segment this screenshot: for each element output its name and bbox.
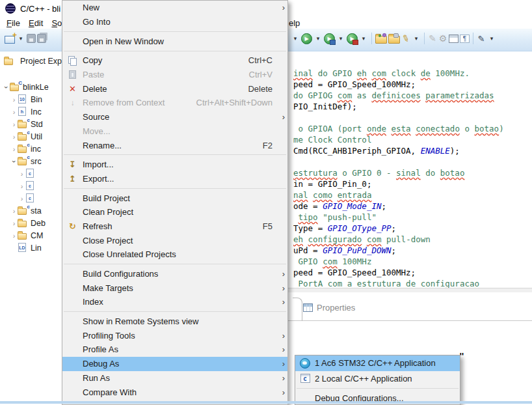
tree-item-std[interactable]: ›cStd	[0, 118, 62, 130]
c-file-icon: c	[25, 181, 36, 191]
menu-item-label: Compare With	[83, 387, 273, 397]
last-edit-location-button[interactable]: ✎	[477, 32, 486, 45]
expand-caret-icon[interactable]: ›	[10, 96, 18, 104]
build-clean-button[interactable]: ✎	[399, 31, 412, 46]
code-line: estrutura o GPIO 0 - sinal do botao	[293, 167, 504, 178]
tree-item-item[interactable]: ›c	[0, 180, 62, 192]
coverage-button[interactable]: ▶	[324, 32, 335, 45]
menu-item-build-configurations[interactable]: Build Configurations›	[62, 267, 287, 281]
menu-item-rename[interactable]: Rename...F2	[62, 138, 287, 152]
submenu-separator	[297, 388, 459, 389]
submenu-arrow-icon: ›	[278, 331, 285, 341]
menu-item-index[interactable]: Index›	[62, 295, 287, 309]
expand-caret-icon[interactable]: ›	[10, 108, 18, 116]
expand-caret-icon[interactable]: ›	[18, 182, 25, 190]
expand-caret-icon[interactable]: ›	[10, 207, 18, 215]
tree-item-blinkle[interactable]: ›CblinkLe	[0, 81, 62, 93]
external-tools-button[interactable]: ▶	[347, 32, 358, 45]
save-all-button[interactable]	[37, 32, 46, 45]
menu-item-source[interactable]: Source›	[62, 110, 287, 124]
menu-item-open-in-new-window[interactable]: Open in New Window	[62, 34, 287, 48]
expand-caret-icon[interactable]: ›	[10, 145, 18, 153]
project-explorer-header[interactable]: Project Exp	[0, 51, 62, 66]
menu-item-close-project[interactable]: Close Project	[62, 233, 287, 247]
dropdown-caret[interactable]: ▾	[313, 32, 323, 45]
menu-item-export[interactable]: ↥Export...	[62, 172, 287, 186]
show-whitespace-button[interactable]: ¶	[460, 32, 470, 45]
tree-item-cm[interactable]: ›CM	[0, 229, 62, 242]
menu-item-run-as[interactable]: Run As›	[62, 371, 287, 385]
tree-item-inc[interactable]: ›hInc	[0, 105, 62, 118]
menu-item-shortcut: Delete	[248, 84, 273, 94]
collapse-caret-icon[interactable]: ›	[10, 158, 18, 165]
menubar-item-so[interactable]: So	[51, 18, 62, 28]
menu-item-label: New	[83, 3, 273, 12]
toggle-tools-button[interactable]: ⚙	[438, 32, 447, 45]
tree-item-item[interactable]: ›c	[0, 167, 62, 180]
expand-caret-icon[interactable]: ›	[10, 120, 18, 128]
code-line: peed = GPIO_Speed_100MHz;	[293, 267, 504, 278]
save-button[interactable]	[27, 32, 36, 45]
tree-item-label: Inc	[31, 107, 42, 117]
tree-item-sta[interactable]: ›csta	[0, 204, 62, 217]
dropdown-caret[interactable]: ▾	[16, 32, 25, 45]
hidden-tab-fragment	[293, 298, 302, 321]
tree-item-bin[interactable]: ›10Bin	[0, 93, 62, 105]
expand-caret-icon[interactable]: ›	[18, 195, 25, 202]
tree-item-item[interactable]: ›c	[0, 192, 62, 204]
mark-occurrences-button[interactable]: ✎	[428, 32, 437, 45]
submenu-item-1-ac6-stm32-c-c-application[interactable]: 1 Ac6 STM32 C/C++ Application	[295, 356, 460, 371]
menu-item-show-in-remote-systems-view[interactable]: Show in Remote Systems view	[62, 314, 287, 329]
code-line: Cmd(RCC_AHB1Periph_GPIOA, ENABLE);	[293, 145, 504, 156]
menu-item-clean-project[interactable]: Clean Project	[62, 205, 287, 219]
dropdown-caret[interactable]: ▾	[412, 32, 421, 45]
menu-item-new[interactable]: New›	[62, 1, 287, 15]
run-button[interactable]: ▶	[301, 32, 312, 45]
tree-item-label: CM	[31, 231, 43, 240]
menu-item-build-project[interactable]: Build Project	[62, 191, 287, 205]
expand-caret-icon[interactable]: ›	[10, 133, 18, 141]
menu-item-label: Close Unrelated Projects	[83, 249, 273, 259]
expand-caret-icon[interactable]: ›	[10, 219, 18, 227]
menu-item-profile-as[interactable]: Profile As›	[62, 342, 287, 357]
menubar-item-help-fragment[interactable]: elp	[289, 18, 300, 28]
tree-item-label: Deb	[31, 219, 46, 228]
console-view-button[interactable]	[449, 32, 459, 45]
dropdown-caret[interactable]: ▾	[291, 32, 300, 45]
menu-item-profiling-tools[interactable]: Profiling Tools›	[62, 328, 287, 342]
menubar-item-file[interactable]: File	[7, 18, 20, 28]
project-tree: ›CblinkLe›10Bin›hInc›cStd›cUtil›cinc›csr…	[0, 81, 62, 254]
tree-item-deb[interactable]: ›Deb	[0, 217, 62, 229]
expand-caret-icon[interactable]: ›	[18, 170, 25, 178]
code-text: inal do GPIO eh com clock de 100MHz.peed…	[293, 68, 504, 288]
dropdown-caret[interactable]: ▾	[336, 32, 345, 45]
menu-item-debug-as[interactable]: Debug As›	[62, 357, 287, 371]
open-perspective-button[interactable]	[375, 32, 387, 45]
tree-item-src[interactable]: ›csrc	[0, 155, 62, 167]
collapse-caret-icon[interactable]: ›	[3, 83, 10, 91]
menu-item-make-targets[interactable]: Make Targets›	[62, 281, 287, 295]
tab-properties[interactable]: Properties	[303, 303, 355, 313]
open-folder-button[interactable]	[388, 32, 400, 45]
menu-item-paste: PasteCtrl+V	[62, 68, 287, 82]
folder-icon	[18, 218, 29, 228]
tree-item-inc[interactable]: ›cinc	[0, 143, 62, 155]
dropdown-caret[interactable]: ▾	[359, 32, 368, 45]
menubar-item-edit[interactable]: Edit	[29, 18, 43, 28]
menu-item-go-into[interactable]: Go Into	[62, 15, 287, 29]
menu-item-label: Profile As	[83, 344, 273, 354]
expand-caret-icon[interactable]: ›	[10, 232, 18, 240]
tree-item-util[interactable]: ›cUtil	[0, 130, 62, 143]
dropdown-caret[interactable]: ▾	[487, 32, 496, 45]
menu-item-compare-with[interactable]: Compare With›	[62, 385, 287, 399]
tree-item-label: sta	[31, 206, 42, 216]
new-wizard-button[interactable]	[5, 32, 15, 45]
menu-item-import[interactable]: ↧Import...	[62, 158, 287, 172]
menu-item-delete[interactable]: ✕DeleteDelete	[62, 81, 287, 96]
menu-item-close-unrelated-projects[interactable]: Close Unrelated Projects	[62, 247, 287, 262]
menu-item-label: Run As	[83, 373, 273, 383]
menu-item-copy[interactable]: CopyCtrl+C	[62, 53, 287, 68]
tree-item-lin[interactable]: ›LDLin	[0, 242, 62, 254]
menu-item-refresh[interactable]: ↻RefreshF5	[62, 219, 287, 234]
submenu-item-2-local-c-c-application[interactable]: c2 Local C/C++ Application	[295, 371, 460, 387]
